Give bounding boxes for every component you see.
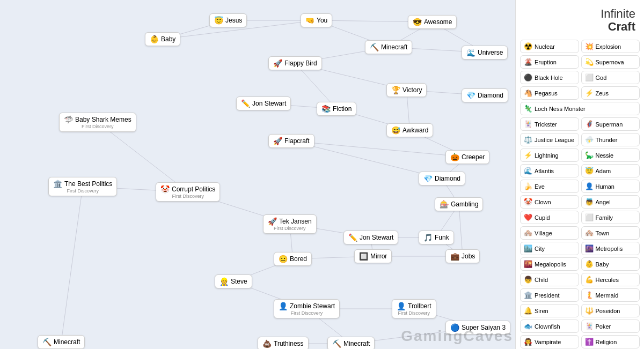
node-jesus[interactable]: 😇Jesus: [209, 13, 247, 27]
node-minecraft2[interactable]: ⛏️Minecraft: [38, 335, 85, 349]
sidebar-item-angel[interactable]: 👼Angel: [581, 195, 640, 209]
sidebar-item-superman[interactable]: 🦸Superman: [581, 117, 640, 131]
node-baby_shark[interactable]: 🦈Baby Shark MemesFirst Discovery: [59, 113, 136, 132]
node-zombie_stewart[interactable]: 👤Zombie StewartFirst Discovery: [274, 299, 340, 318]
sidebar-item-clownfish[interactable]: 🐟Clownfish: [520, 320, 579, 333]
sidebar-emoji-28: 👶: [585, 260, 594, 268]
sidebar-emoji-17: 🍌: [524, 182, 532, 190]
node-victory[interactable]: 🏆Victory: [386, 83, 427, 97]
node-label-super_saiyan: Super Saiyan 3: [462, 324, 506, 331]
node-emoji-corrupt_politics: 🤡: [160, 185, 170, 194]
node-emoji-mirror: 🔲: [359, 252, 368, 261]
sidebar-item-religion[interactable]: ✝️Religion: [581, 335, 640, 348]
sidebar-item-poseidon[interactable]: 🔱Poseidon: [581, 304, 640, 317]
sidebar-item-baby[interactable]: 👶Baby: [581, 257, 640, 271]
sidebar-emoji-35: 🐟: [524, 322, 532, 330]
sidebar-item-thunder[interactable]: ⛈️Thunder: [581, 133, 640, 146]
sidebar-label-30: Hercules: [596, 277, 619, 283]
node-baby[interactable]: 👶Baby: [145, 32, 180, 46]
sidebar-item-zeus[interactable]: ⚡Zeus: [581, 86, 640, 100]
node-universe[interactable]: 🌊Universe: [462, 46, 508, 60]
sidebar-emoji-7: ⚡: [585, 89, 594, 97]
node-steve[interactable]: 👷Steve: [215, 274, 252, 288]
node-funk[interactable]: 🎵Funk: [419, 231, 454, 244]
node-mirror[interactable]: 🔲Mirror: [354, 249, 392, 263]
sidebar-item-clown[interactable]: 🤡Clown: [520, 195, 579, 209]
node-sub-zombie_stewart: First Discovery: [291, 310, 323, 316]
node-you[interactable]: 🤜You: [301, 13, 332, 27]
node-gambling[interactable]: 🎰Gambling: [435, 197, 483, 211]
sidebar-label-17: Eve: [535, 183, 545, 190]
node-flappy_bird[interactable]: 🚀Flappy Bird: [268, 56, 322, 70]
node-diamond2[interactable]: 💎Diamond: [419, 172, 465, 185]
node-jobs[interactable]: 💼Jobs: [445, 249, 480, 263]
node-super_saiyan[interactable]: 🔵Super Saiyan 3: [445, 321, 510, 335]
sidebar-item-poker[interactable]: 🃏Poker: [581, 320, 640, 333]
sidebar-item-pegasus[interactable]: 🐴Pegasus: [520, 86, 579, 100]
sidebar-item-black-hole[interactable]: ⚫Black Hole: [520, 71, 579, 84]
node-flapcraft[interactable]: 🚀Flapcraft: [268, 134, 314, 148]
sidebar-item-town[interactable]: 🏘️Town: [581, 226, 640, 240]
node-emoji-steve: 👷: [219, 277, 229, 286]
sidebar-item-adam[interactable]: 😇Adam: [581, 164, 640, 177]
node-truthiness[interactable]: 💩Truthiness: [258, 337, 309, 349]
node-awkward[interactable]: 😅Awkward: [386, 123, 433, 137]
sidebar-item-cupid[interactable]: ❤️Cupid: [520, 211, 579, 224]
svg-line-15: [291, 141, 467, 157]
sidebar-emoji-9: 🃏: [524, 120, 532, 128]
sidebar-item-hercules[interactable]: 💪Hercules: [581, 273, 640, 286]
sidebar-item-city[interactable]: 🏙️City: [520, 242, 579, 255]
sidebar-label-16: Adam: [596, 168, 611, 174]
node-bored[interactable]: 😐Bored: [274, 252, 312, 266]
sidebar-item-lightning[interactable]: ⚡Lightning: [520, 148, 579, 162]
sidebar-label-8: Loch Ness Monster: [535, 106, 586, 112]
sidebar-item-megalopolis[interactable]: 🌇Megalopolis: [520, 257, 579, 271]
sidebar-item-family[interactable]: ⬜Family: [581, 211, 640, 224]
sidebar-item-justice-league[interactable]: ⚖️Justice League: [520, 133, 579, 146]
sidebar-emoji-18: 👤: [585, 182, 594, 190]
sidebar-label-35: Clownfish: [535, 323, 560, 330]
sidebar-item-eve[interactable]: 🍌Eve: [520, 180, 579, 193]
logo-line1: Infinite: [524, 8, 635, 20]
sidebar-item-loch-ness-monster[interactable]: 🦎Loch Ness Monster: [520, 102, 640, 115]
node-emoji-baby: 👶: [150, 35, 159, 43]
canvas-area[interactable]: 👶Baby😇Jesus🤜You😎Awesome⛏️Minecraft🌊Unive…: [0, 0, 515, 349]
node-label-funk: Funk: [435, 234, 449, 241]
node-best_politics[interactable]: 🏛️The Best PoliticsFirst Discovery: [48, 177, 117, 196]
node-jon_stewart1[interactable]: ✏️Jon Stewart: [236, 96, 291, 110]
sidebar-item-child[interactable]: 👦Child: [520, 273, 579, 286]
sidebar-item-vampirate[interactable]: 🧛Vampirate: [520, 335, 579, 348]
node-minecraft3[interactable]: ⛏️Minecraft: [327, 337, 375, 349]
sidebar-item-village[interactable]: 🏘️Village: [520, 226, 579, 240]
node-fiction[interactable]: 📚Fiction: [317, 102, 356, 116]
sidebar-item-god[interactable]: ⬜God: [581, 71, 640, 84]
sidebar-item-atlantis[interactable]: 🌊Atlantis: [520, 164, 579, 177]
node-trollbert[interactable]: 👤TrollbertFirst Discovery: [392, 299, 436, 318]
sidebar-item-supernova[interactable]: 💫Supernova: [581, 55, 640, 69]
sidebar-item-explosion[interactable]: 💥Explosion: [581, 40, 640, 53]
node-tek_jansen[interactable]: 🚀Tek JansenFirst Discovery: [263, 214, 317, 234]
sidebar-label-29: Child: [535, 277, 548, 283]
sidebar-emoji-30: 💪: [585, 276, 594, 284]
node-diamond[interactable]: 💎Diamond: [462, 88, 508, 102]
sidebar-item-nessie[interactable]: 🦕Nessie: [581, 148, 640, 162]
sidebar-item-eruption[interactable]: 🌋Eruption: [520, 55, 579, 69]
sidebar-label-9: Trickster: [535, 121, 557, 128]
sidebar-item-trickster[interactable]: 🃏Trickster: [520, 117, 579, 131]
node-emoji-bored: 😐: [279, 255, 288, 263]
sidebar-item-human[interactable]: 👤Human: [581, 180, 640, 193]
node-awesome[interactable]: 😎Awesome: [408, 15, 457, 29]
sidebar-item-president[interactable]: 🏛️President: [520, 288, 579, 302]
sidebar-item-siren[interactable]: 🔔Siren: [520, 304, 579, 317]
node-corrupt_politics[interactable]: 🤡Corrupt PoliticsFirst Discovery: [156, 182, 220, 202]
sidebar-item-mermaid[interactable]: 🧜Mermaid: [581, 288, 640, 302]
node-minecraft1[interactable]: ⛏️Minecraft: [365, 40, 412, 54]
node-jon_stewart2[interactable]: ✏️Jon Stewart: [343, 231, 398, 244]
sidebar-label-13: Lightning: [535, 152, 559, 159]
node-emoji-flappy_bird: 🚀: [273, 59, 282, 68]
sidebar-label-25: City: [535, 246, 545, 252]
node-creeper[interactable]: 🎃Creeper: [445, 150, 489, 164]
sidebar-item-nuclear[interactable]: ☢️Nuclear: [520, 40, 579, 53]
sidebar-item-metropolis[interactable]: 🌆Metropolis: [581, 242, 640, 255]
sidebar-label-4: Black Hole: [535, 75, 563, 81]
